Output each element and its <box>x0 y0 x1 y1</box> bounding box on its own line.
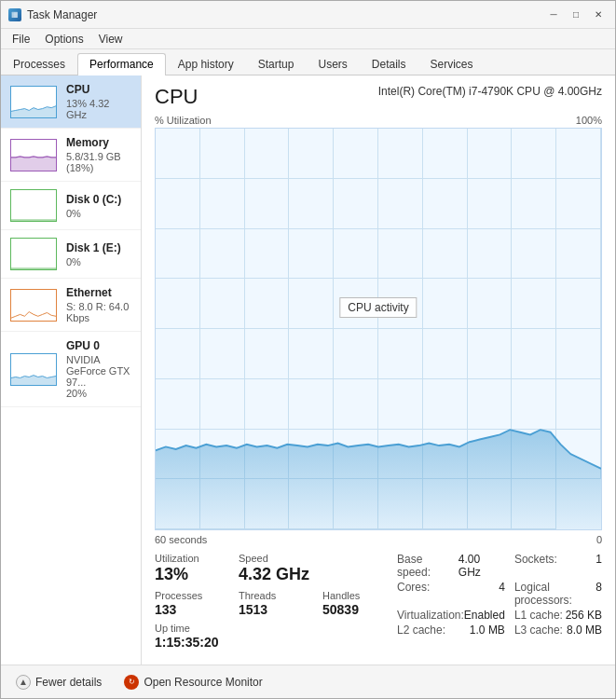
sidebar-item-disk1[interactable]: Disk 1 (E:) 0% <box>1 230 141 279</box>
handles-label: Handles <box>322 590 388 601</box>
sidebar-item-cpu[interactable]: CPU 13% 4.32 GHz <box>1 75 141 129</box>
content-area: CPU 13% 4.32 GHz Memory 5.8/31.9 GB (18%… <box>1 75 615 665</box>
main-title: CPU <box>155 85 198 109</box>
graph-inner: CPU activity <box>156 129 601 529</box>
maximize-button[interactable]: □ <box>567 6 585 24</box>
fewer-details-label: Fewer details <box>35 676 102 689</box>
monitor-icon: ↻ <box>124 675 139 690</box>
sockets-key: Sockets: <box>514 553 557 579</box>
task-manager-window: ▦ Task Manager ─ □ ✕ File Options View P… <box>0 0 616 699</box>
fewer-details-button[interactable]: ▲ Fewer details <box>12 673 105 692</box>
cpu-thumbnail <box>10 86 57 118</box>
speed-label: Speed <box>239 553 309 564</box>
gpu0-sub: NVIDIA GeForce GTX 97... 20% <box>66 354 131 399</box>
main-panel: CPU Intel(R) Core(TM) i7-4790K CPU @ 4.0… <box>142 75 615 665</box>
sidebar: CPU 13% 4.32 GHz Memory 5.8/31.9 GB (18%… <box>1 75 142 665</box>
stats-row-3: Up time 1:15:35:20 <box>155 623 388 650</box>
stat-handles: Handles 50839 <box>322 590 388 617</box>
tab-performance[interactable]: Performance <box>77 53 166 75</box>
ethernet-info: Ethernet S: 8.0 R: 64.0 Kbps <box>66 286 131 323</box>
time-left: 60 seconds <box>155 534 207 545</box>
logical-val: 8 <box>595 581 602 607</box>
tab-bar: Processes Performance App history Startu… <box>1 49 615 75</box>
disk0-label: Disk 0 (C:) <box>66 193 131 206</box>
base-speed-key: Base speed: <box>397 553 459 579</box>
app-icon: ▦ <box>8 8 21 21</box>
window-controls: ─ □ ✕ <box>544 6 608 24</box>
processes-label: Processes <box>155 590 220 601</box>
memory-thumbnail <box>10 139 57 171</box>
speed-value: 4.32 GHz <box>239 565 309 584</box>
sidebar-item-memory[interactable]: Memory 5.8/31.9 GB (18%) <box>1 129 141 182</box>
gpu0-thumbnail <box>10 353 57 386</box>
svg-marker-3 <box>156 430 601 529</box>
cpu-graph: CPU activity <box>155 128 602 530</box>
sidebar-item-ethernet[interactable]: Ethernet S: 8.0 R: 64.0 Kbps <box>1 279 141 332</box>
cpu-info: CPU 13% 4.32 GHz <box>66 83 131 120</box>
sidebar-item-disk0[interactable]: Disk 0 (C:) 0% <box>1 182 141 230</box>
utilization-value: 13% <box>155 565 220 584</box>
detail-logical: Logical processors: 8 <box>514 581 602 607</box>
sockets-val: 1 <box>595 553 602 579</box>
details-section: Base speed: 4.00 GHz Sockets: 1 Cores: 4… <box>397 553 602 637</box>
l3-key: L3 cache: <box>514 624 563 637</box>
menu-view[interactable]: View <box>91 31 130 48</box>
disk0-thumbnail <box>10 189 57 222</box>
detail-virtualization: Virtualization: Enabled <box>397 609 505 622</box>
menu-bar: File Options View <box>1 29 615 49</box>
threads-value: 1513 <box>239 602 304 617</box>
y-axis-label: % Utilization <box>155 115 212 126</box>
gpu0-label: GPU 0 <box>66 339 131 352</box>
tab-users[interactable]: Users <box>306 53 359 75</box>
disk0-info: Disk 0 (C:) 0% <box>66 193 131 219</box>
open-resource-monitor-button[interactable]: ↻ Open Resource Monitor <box>120 673 266 692</box>
virt-val: Enabled <box>464 609 505 622</box>
l1-val: 256 KB <box>566 609 602 622</box>
svg-marker-2 <box>11 375 56 384</box>
menu-options[interactable]: Options <box>37 31 90 48</box>
sidebar-item-gpu0[interactable]: GPU 0 NVIDIA GeForce GTX 97... 20% <box>1 332 141 407</box>
svg-marker-1 <box>11 156 56 170</box>
graph-label-top: % Utilization 100% <box>155 115 602 126</box>
gpu0-info: GPU 0 NVIDIA GeForce GTX 97... 20% <box>66 339 131 399</box>
detail-l1: L1 cache: 256 KB <box>514 609 602 622</box>
tab-details[interactable]: Details <box>360 53 418 75</box>
detail-sockets: Sockets: 1 <box>514 553 602 579</box>
close-button[interactable]: ✕ <box>589 6 608 24</box>
cpu-sub: 13% 4.32 GHz <box>66 98 131 120</box>
time-labels: 60 seconds 0 <box>155 534 602 545</box>
cores-val: 4 <box>499 581 505 607</box>
memory-info: Memory 5.8/31.9 GB (18%) <box>66 136 131 173</box>
utilization-label: Utilization <box>155 553 220 564</box>
tab-startup[interactable]: Startup <box>246 53 307 75</box>
stats-row-2: Processes 133 Threads 1513 Handles 50839 <box>155 590 388 617</box>
stat-uptime: Up time 1:15:35:20 <box>155 623 220 650</box>
disk1-sub: 0% <box>66 256 131 267</box>
uptime-label: Up time <box>155 623 220 634</box>
fewer-details-icon: ▲ <box>16 675 31 690</box>
disk1-info: Disk 1 (E:) 0% <box>66 241 131 267</box>
memory-sub: 5.8/31.9 GB (18%) <box>66 151 131 173</box>
stats-section: Utilization 13% Speed 4.32 GHz Processes… <box>155 553 388 655</box>
stat-processes: Processes 133 <box>155 590 220 617</box>
cpu-model: Intel(R) Core(TM) i7-4790K CPU @ 4.00GHz <box>378 85 602 98</box>
y-axis-max: 100% <box>576 115 602 126</box>
virt-key: Virtualization: <box>397 609 464 622</box>
tab-services[interactable]: Services <box>418 53 486 75</box>
main-header: CPU Intel(R) Core(TM) i7-4790K CPU @ 4.0… <box>155 85 602 109</box>
tab-processes[interactable]: Processes <box>1 53 77 75</box>
menu-file[interactable]: File <box>5 31 37 48</box>
ethernet-sub: S: 8.0 R: 64.0 Kbps <box>66 301 131 323</box>
l2-val: 1.0 MB <box>470 624 505 637</box>
detail-l2: L2 cache: 1.0 MB <box>397 624 505 637</box>
detail-base-speed: Base speed: 4.00 GHz <box>397 553 505 579</box>
ethernet-thumbnail <box>10 289 57 322</box>
minimize-button[interactable]: ─ <box>544 6 563 24</box>
title-bar-left: ▦ Task Manager <box>8 8 97 21</box>
window-title: Task Manager <box>27 8 97 21</box>
time-right: 0 <box>596 534 602 545</box>
title-bar: ▦ Task Manager ─ □ ✕ <box>1 1 615 29</box>
tab-app-history[interactable]: App history <box>166 53 246 75</box>
cpu-label: CPU <box>66 83 131 96</box>
stat-utilization: Utilization 13% <box>155 553 220 584</box>
